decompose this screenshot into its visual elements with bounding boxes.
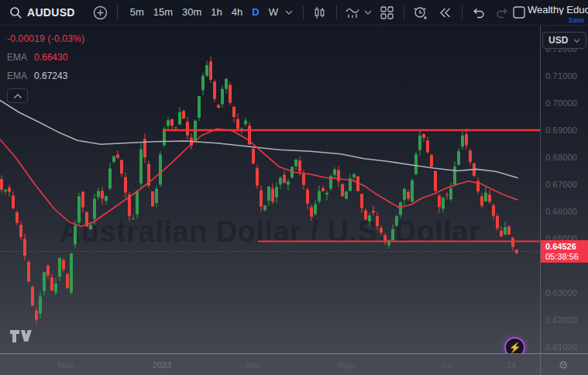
toolbar-divider bbox=[404, 5, 404, 19]
redo-icon[interactable] bbox=[493, 3, 511, 22]
time-tick-label: Nov bbox=[58, 354, 74, 375]
save-button[interactable]: Save bbox=[569, 15, 588, 25]
toolbar-divider bbox=[303, 5, 304, 19]
legend-collapse-button[interactable] bbox=[7, 88, 28, 103]
price-tick-label: 0.62000 bbox=[545, 315, 577, 325]
timeframe-W[interactable]: W bbox=[264, 3, 283, 22]
price-axis[interactable]: 0.720000.710000.700000.690000.680000.670… bbox=[540, 26, 588, 353]
price-tick-label: 0.63000 bbox=[545, 288, 577, 298]
price-tick-label: 0.71000 bbox=[545, 71, 577, 81]
fullscreen-square-icon[interactable] bbox=[511, 3, 528, 22]
indicator-label: EMA bbox=[7, 71, 27, 81]
timeframe-chevron-down-icon[interactable] bbox=[283, 9, 295, 15]
top-toolbar: AUDUSD 5m15m30m1h4hDW bbox=[0, 0, 588, 26]
price-tick-label: 0.61000 bbox=[545, 342, 577, 352]
bar-countdown: 05:38:56 bbox=[545, 252, 588, 262]
layout-grid-icon[interactable] bbox=[379, 3, 396, 22]
timeframe-D[interactable]: D bbox=[247, 3, 263, 22]
chart-style-candles-icon[interactable] bbox=[311, 3, 328, 22]
timeframe-group: 5m15m30m1h4hDW bbox=[126, 3, 283, 22]
indicator-label: EMA bbox=[7, 52, 27, 63]
chevron-down-icon bbox=[573, 38, 580, 43]
account-block: Wealthy Educ.. Save bbox=[528, 5, 588, 25]
timeframe-4h[interactable]: 4h bbox=[227, 3, 247, 22]
undo-icon[interactable] bbox=[470, 3, 487, 22]
currency-label: USD bbox=[548, 35, 568, 46]
price-tick-label: 0.69000 bbox=[545, 126, 577, 135]
account-name[interactable]: Wealthy Educ.. bbox=[528, 5, 588, 15]
time-tick-label: 14 bbox=[507, 354, 516, 375]
indicators-icon[interactable] bbox=[345, 3, 362, 22]
time-tick-label: Mar bbox=[246, 354, 261, 375]
compare-add-icon[interactable] bbox=[92, 3, 109, 22]
lightning-boost-button[interactable]: ⚡ bbox=[504, 337, 525, 353]
indicator-legend-rows: EMA0.66430EMA0.67243 bbox=[7, 48, 84, 85]
timeframe-1h[interactable]: 1h bbox=[206, 3, 226, 22]
indicators-chevron-down-icon[interactable] bbox=[362, 9, 374, 15]
time-tick-label: Jul bbox=[441, 354, 452, 375]
indicator-row-ema[interactable]: EMA0.66430 bbox=[7, 48, 84, 67]
chevron-up-icon bbox=[14, 95, 21, 98]
axis-corner-divider bbox=[540, 354, 541, 375]
symbol-name[interactable]: AUDUSD bbox=[27, 6, 75, 19]
toolbar-divider bbox=[117, 5, 118, 19]
last-price-badge: 0.64526 05:38:56 bbox=[541, 240, 588, 263]
time-tick-label: May bbox=[339, 354, 355, 375]
toolbar-divider bbox=[336, 5, 337, 19]
tradingview-logo[interactable] bbox=[9, 329, 33, 346]
chart-area[interactable]: Australian Dollar / U.S. Dollar -0.00019… bbox=[0, 26, 540, 353]
chart-legend: -0.00019 (-0.03%) EMA0.66430EMA0.67243 bbox=[7, 29, 84, 103]
replay-icon[interactable] bbox=[437, 3, 454, 22]
time-tick-label: 2023 bbox=[153, 354, 171, 375]
price-tick-label: 0.68000 bbox=[545, 153, 577, 162]
last-price-value: 0.64526 bbox=[545, 242, 588, 252]
indicator-row-ema[interactable]: EMA0.67243 bbox=[7, 67, 84, 85]
currency-dropdown[interactable]: USD bbox=[542, 32, 586, 49]
price-tick-label: 0.70000 bbox=[545, 98, 577, 108]
search-icon[interactable] bbox=[7, 3, 24, 22]
timeframe-5m[interactable]: 5m bbox=[126, 3, 149, 22]
timeframe-30m[interactable]: 30m bbox=[177, 3, 206, 22]
price-change-label: -0.00019 (-0.03%) bbox=[7, 29, 84, 48]
indicator-value: 0.67243 bbox=[34, 71, 67, 81]
chart-settings-gear-icon[interactable]: ⚙ bbox=[552, 356, 575, 374]
alert-clock-icon[interactable] bbox=[412, 3, 429, 22]
price-tick-label: 0.67000 bbox=[545, 180, 577, 189]
price-tick-label: 0.66000 bbox=[545, 207, 577, 216]
tradingview-window: AUDUSD 5m15m30m1h4hDW bbox=[0, 0, 588, 375]
time-axis[interactable]: Nov2023MarMayJul14 ⚙ bbox=[0, 353, 588, 375]
indicator-value: 0.66430 bbox=[34, 52, 67, 63]
timeframe-15m[interactable]: 15m bbox=[149, 3, 177, 22]
toolbar-divider bbox=[462, 5, 462, 19]
